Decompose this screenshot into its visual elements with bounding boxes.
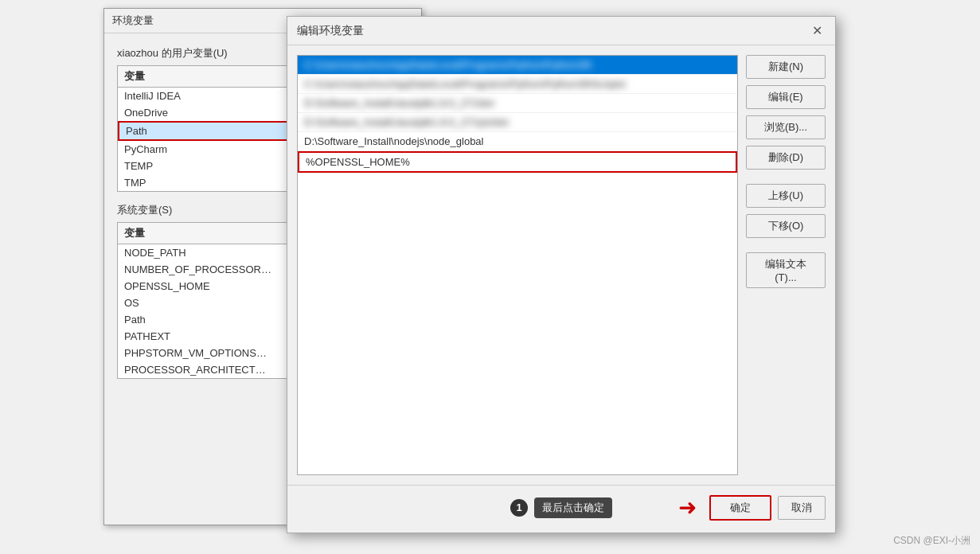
bg-window-title: 环境变量 [112,14,154,28]
edit-env-var-modal: 编辑环境变量 ✕ C:\Users\xiaozhou\AppData\Local… [287,16,836,533]
modal-titlebar: 编辑环境变量 ✕ [287,17,835,45]
path-item-3[interactable]: D:\Software_Install\Java\jdk1.8.0_271\jr… [298,113,737,132]
move-down-button[interactable]: 下移(O) [746,214,826,238]
path-item-4[interactable]: D:\Software_Install\nodejs\node_global [298,132,737,151]
path-item-0-text: C:\Users\xiaozhou\AppData\Local\Programs… [304,59,592,71]
new-button[interactable]: 新建(N) [746,55,826,79]
path-item-2[interactable]: D:\Software_Install\Java\jdk1.8.0_271\bi… [298,94,737,113]
arrow-right-icon: ➜ [678,494,697,521]
move-up-button[interactable]: 上移(U) [746,184,826,208]
modal-title: 编辑环境变量 [297,24,364,38]
modal-action-buttons: 新建(N) 编辑(E) 浏览(B)... 删除(D) 上移(U) 下移(O) 编… [746,55,826,475]
path-item-2-text: D:\Software_Install\Java\jdk1.8.0_271\bi… [304,97,494,109]
path-item-openssl-text: %OPENSSL_HOME% [306,156,410,168]
edit-button[interactable]: 编辑(E) [746,85,826,109]
edit-text-button[interactable]: 编辑文本(T)... [746,252,826,288]
path-item-3-text: D:\Software_Install\Java\jdk1.8.0_271\jr… [304,116,509,128]
modal-close-button[interactable]: ✕ [809,23,826,38]
hint-badge: 1 [510,499,528,517]
path-item-1[interactable]: C:\Users\xiaozhou\AppData\Local\Programs… [298,75,737,94]
path-list: C:\Users\xiaozhou\AppData\Local\Programs… [297,55,738,475]
browse-button[interactable]: 浏览(B)... [746,115,826,139]
cancel-button[interactable]: 取消 [778,496,826,520]
branding-text: CSDN @EXI-小洲 [893,534,970,548]
ok-button[interactable]: 确定 [709,495,771,521]
path-item-0[interactable]: C:\Users\xiaozhou\AppData\Local\Programs… [298,56,737,75]
footer-hint: 1 最后点击确定 [510,497,612,518]
path-item-1-text: C:\Users\xiaozhou\AppData\Local\Programs… [304,78,627,90]
modal-footer: 1 最后点击确定 ➜ 确定 取消 [287,485,835,529]
path-item-openssl[interactable]: %OPENSSL_HOME% [298,151,737,173]
modal-body: C:\Users\xiaozhou\AppData\Local\Programs… [287,45,835,485]
hint-text: 最后点击确定 [534,497,612,518]
delete-button[interactable]: 删除(D) [746,146,826,170]
path-item-4-text: D:\Software_Install\nodejs\node_global [304,135,483,147]
